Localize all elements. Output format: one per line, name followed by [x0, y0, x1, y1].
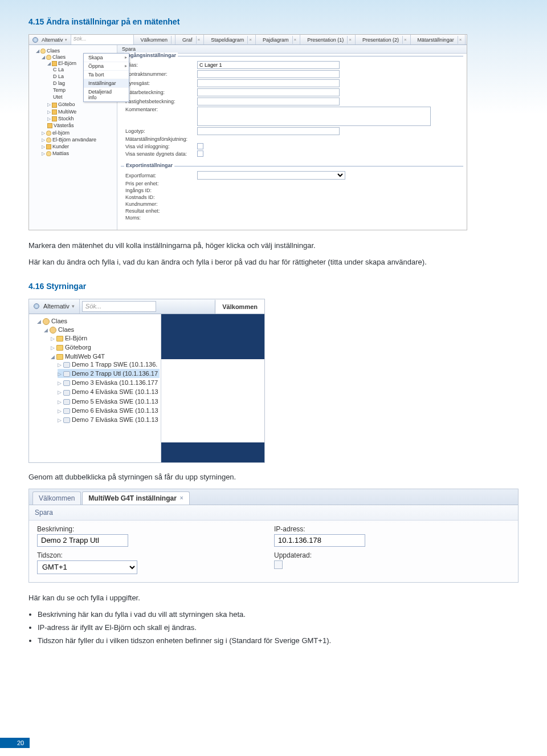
tab-valkommen-2[interactable]: Välkommen — [215, 299, 264, 314]
tab-fakturaunder[interactable]: Fakturaunder — [466, 35, 467, 44]
ingangs-fieldset: Ingångsinställningar Alias: Kontraktsnum… — [121, 56, 463, 161]
logotyp-input[interactable] — [197, 127, 340, 135]
nav-tree-2[interactable]: ◢Claes ◢Claes ▷El-Björn ▷Göteborg ◢Multi… — [29, 314, 161, 462]
matarbet-input[interactable] — [197, 88, 340, 96]
tab-presentation2[interactable]: Presentation (2)× — [356, 35, 411, 44]
uppdaterad-checkbox[interactable] — [274, 560, 283, 569]
tidszon-select[interactable]: GMT+1 — [37, 560, 137, 574]
beskrivning-input[interactable] — [37, 534, 128, 547]
para2: Här kan du ändra och fylla i, vad du kan… — [28, 257, 519, 268]
tree-screenshot: Alternativ ▾ Sök... Välkommen ◢Claes ◢Cl… — [28, 299, 265, 463]
settings-screenshot: Alternativ ▾ Sök... Välkommen Graf× Stap… — [28, 34, 467, 230]
tree-item[interactable]: ▷MultiWe — [47, 108, 116, 115]
alias-input[interactable] — [197, 61, 340, 69]
section-415-title: 4.15 Ändra inställningar på en mätenhet — [28, 17, 519, 26]
tab-stapeldiagram[interactable]: Stapeldiagram× — [204, 35, 256, 44]
ctx-installningar[interactable]: Inställningar — [84, 79, 129, 88]
tab-strip: Välkommen Graf× Stapeldiagram× Pajdiagra… — [134, 35, 467, 44]
tree-device[interactable]: ▷Demo 1 Trapp SWE (10.1.136. — [58, 360, 160, 369]
app-icon — [34, 303, 39, 309]
tab-matarstallningar[interactable]: Mätarställningar× — [411, 35, 466, 44]
top-toolbar: Alternativ ▾ Sök... Välkommen Graf× Stap… — [29, 35, 467, 45]
tree-folder[interactable]: ▷Göteborg — [51, 343, 160, 352]
tab-presentation1[interactable]: Presentation (1)× — [300, 35, 356, 44]
tree-device[interactable]: ▷Demo 4 Elväska SWE (10.1.13 — [58, 387, 160, 396]
fastighet-input[interactable] — [197, 97, 340, 105]
tidszon-label: Tidszon: — [37, 551, 137, 559]
tree-device[interactable]: ▷Demo 5 Elväska SWE (10.1.13 — [58, 397, 160, 406]
tree-item[interactable]: Västerås — [47, 122, 116, 129]
tree-item[interactable]: ▷Kunder — [42, 143, 116, 150]
search-input-2[interactable]: Sök... — [82, 301, 156, 312]
close-icon[interactable]: × — [180, 495, 183, 501]
kontrakt-input[interactable] — [197, 70, 340, 78]
bullet-list: Beskrivning här kan du fylla i vad du vi… — [28, 609, 519, 647]
alternativ-menu[interactable]: Alternativ ▾ — [29, 35, 71, 44]
tree-item[interactable]: ▷Stockh — [47, 115, 116, 122]
hyresgast-input[interactable] — [197, 79, 340, 87]
tree-device[interactable]: ▷Demo 3 Elväska (10.1.136.177 — [58, 378, 160, 387]
para4: Här kan du se och fylla i uppgifter. — [28, 593, 519, 604]
bullet: IP-adress är ifyllt av El-Björn och skal… — [38, 622, 519, 634]
uppdaterad-label: Uppdaterad: — [274, 551, 365, 559]
visa-dygn-checkbox[interactable] — [197, 151, 203, 157]
bullet: Beskrivning här kan du fylla i vad du vi… — [38, 609, 519, 621]
tree-folder[interactable]: ▷El-Björn — [51, 334, 160, 343]
tree-item[interactable]: ▷Götebo — [47, 101, 116, 108]
section-416-title: 4.16 Styrningar — [28, 282, 519, 291]
para3: Genom att dubbelklicka på styrningen så … — [28, 472, 519, 483]
ip-input[interactable] — [274, 534, 365, 547]
tab-pajdiagram[interactable]: Pajdiagram× — [256, 35, 300, 44]
ctx-oppna[interactable]: Öppna — [84, 62, 129, 71]
tab-graf[interactable]: Graf× — [175, 35, 204, 44]
tab-strip-3: Välkommen MultiWeb G4T inställningar × — [29, 489, 518, 505]
ctx-detaljerad[interactable]: Detaljerad info — [84, 88, 129, 101]
beskrivning-label: Beskrivning: — [37, 525, 137, 533]
para1: Markera den mätenhet du vill kolla instä… — [28, 241, 519, 251]
kommentar-input[interactable] — [197, 107, 431, 126]
preview-panel — [161, 314, 264, 462]
context-menu: Skapa Öppna Ta bort Inställningar Detalj… — [83, 53, 129, 102]
visa-inlog-checkbox[interactable] — [197, 143, 203, 149]
alternativ-menu-2[interactable]: Alternativ ▾ — [29, 299, 80, 314]
tab-valkommen[interactable]: Välkommen — [134, 35, 176, 44]
export-fieldset: Exportinställningar Exportformat: Pris p… — [121, 166, 463, 225]
styrning-settings-screenshot: Välkommen MultiWeb G4T inställningar × S… — [28, 489, 519, 583]
tree-folder[interactable]: ◢MultiWeb G4T ▷Demo 1 Trapp SWE (10.1.13… — [51, 352, 160, 425]
tree-item[interactable]: ▷El-Björn användare — [42, 136, 116, 143]
tree-device-selected[interactable]: ▷Demo 2 Trapp Utl (10.1.136.17 — [58, 369, 160, 378]
nav-tree[interactable]: ◢Claes ◢Claes ◢El-Björn C La D La D lag — [29, 45, 117, 230]
page-number: 20 — [0, 738, 30, 748]
save-button-3[interactable]: Spara — [29, 505, 518, 521]
tab-g4t-installningar[interactable]: MultiWeb G4T inställningar × — [82, 491, 189, 505]
search-input[interactable]: Sök... — [71, 35, 134, 44]
tree-device[interactable]: ▷Demo 6 Elväska SWE (10.1.13 — [58, 406, 160, 415]
ctx-skapa[interactable]: Skapa — [84, 54, 129, 62]
tab-valkommen-3[interactable]: Välkommen — [32, 491, 81, 505]
app-icon — [32, 37, 38, 43]
bullet: Tidszon här fyller du i vilken tidszon e… — [38, 635, 519, 647]
tree-item[interactable]: ▷el-björn — [42, 129, 116, 136]
ctx-tabort[interactable]: Ta bort — [84, 71, 129, 79]
tree-device[interactable]: ▷Demo 7 Elväska SWE (10.1.13 — [58, 415, 160, 424]
exportformat-select[interactable] — [197, 171, 345, 180]
tree-item[interactable]: ▷Mattias — [42, 150, 116, 157]
ip-label: IP-adress: — [274, 525, 365, 533]
